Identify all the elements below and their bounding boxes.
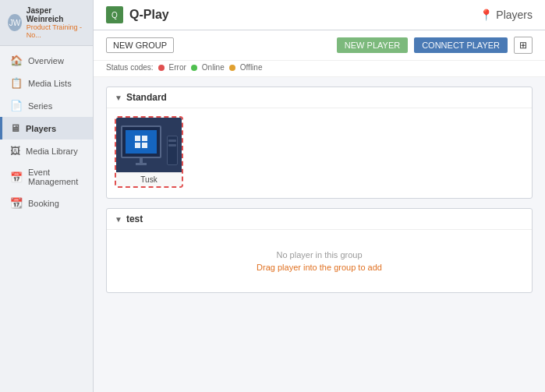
avatar: JW bbox=[8, 14, 22, 31]
online-label: Online bbox=[202, 63, 225, 72]
group-standard: ▼ Standard bbox=[106, 87, 533, 199]
group-empty-message: No player in this group Drag player into… bbox=[115, 238, 524, 284]
sidebar-nav: 🏠 Overview 📋 Media Lists 📄 Series 🖥 Play… bbox=[0, 46, 93, 214]
monitor-screen bbox=[126, 130, 157, 154]
user-name: Jasper Weinreich bbox=[27, 6, 85, 23]
connect-player-button[interactable]: CONNECT PLAYER bbox=[414, 37, 508, 53]
group-standard-header[interactable]: ▼ Standard bbox=[107, 87, 532, 108]
error-label: Error bbox=[169, 63, 186, 72]
sidebar-item-event-management[interactable]: 📅 Event Management bbox=[0, 162, 93, 192]
chevron-down-icon: ▼ bbox=[115, 94, 122, 102]
sidebar-item-media-library[interactable]: 🖼 Media Library bbox=[0, 139, 93, 162]
sidebar-item-booking[interactable]: 📆 Booking bbox=[0, 192, 93, 214]
sidebar-item-label: Media Library bbox=[26, 147, 78, 156]
sidebar-item-label: Series bbox=[28, 101, 52, 111]
online-dot bbox=[191, 65, 197, 71]
chevron-down-icon: ▼ bbox=[115, 215, 122, 224]
sidebar: JW Jasper Weinreich Product Training - N… bbox=[0, 0, 94, 392]
pc-illustration bbox=[121, 125, 178, 165]
sidebar-item-label: Players bbox=[26, 124, 56, 133]
content-area: ▼ Standard bbox=[94, 77, 545, 392]
new-group-button[interactable]: NEW GROUP bbox=[106, 37, 174, 53]
status-codes-label: Status codes: bbox=[106, 63, 154, 72]
group-test-name: test bbox=[126, 214, 143, 224]
player-card-image bbox=[116, 118, 182, 172]
grid-icon: ⊞ bbox=[519, 40, 527, 51]
status-codes-bar: Status codes: Error Online Offline bbox=[94, 61, 545, 77]
event-management-icon: 📅 bbox=[10, 171, 23, 183]
player-card-label: Tusk bbox=[116, 172, 182, 186]
sidebar-user: JW Jasper Weinreich Product Training - N… bbox=[0, 0, 93, 46]
header: Q Q-Play 📍 Players bbox=[94, 0, 545, 30]
offline-dot bbox=[229, 65, 235, 71]
sidebar-item-players[interactable]: 🖥 Players bbox=[0, 117, 93, 139]
media-library-icon: 🖼 bbox=[10, 145, 20, 157]
page-title: 📍 Players bbox=[480, 9, 533, 21]
app-name: Q-Play bbox=[129, 8, 169, 22]
monitor bbox=[121, 125, 161, 158]
media-lists-icon: 📋 bbox=[10, 77, 23, 89]
user-info: Jasper Weinreich Product Training - No..… bbox=[27, 6, 85, 39]
new-player-button[interactable]: NEW PLAYER bbox=[337, 37, 408, 53]
sidebar-item-label: Overview bbox=[28, 56, 64, 65]
sidebar-item-label: Event Management bbox=[28, 168, 85, 186]
drag-hint: Drag player into the group to add bbox=[127, 263, 511, 272]
toolbar: NEW GROUP NEW PLAYER CONNECT PLAYER ⊞ bbox=[94, 30, 545, 61]
home-icon: 🏠 bbox=[10, 55, 23, 66]
user-role: Product Training - No... bbox=[27, 23, 85, 39]
main-content: Q Q-Play 📍 Players NEW GROUP NEW PLAYER … bbox=[94, 0, 545, 392]
empty-text: No player in this group bbox=[127, 250, 511, 260]
sidebar-item-label: Booking bbox=[28, 199, 59, 208]
sidebar-item-label: Media Lists bbox=[28, 79, 72, 88]
group-test: ▼ test No player in this group Drag play… bbox=[106, 208, 533, 293]
group-standard-name: Standard bbox=[126, 92, 167, 103]
series-icon: 📄 bbox=[10, 100, 23, 111]
group-test-header[interactable]: ▼ test bbox=[107, 209, 532, 230]
sidebar-item-series[interactable]: 📄 Series bbox=[0, 94, 93, 117]
offline-label: Offline bbox=[240, 63, 263, 72]
group-standard-body: Tusk bbox=[107, 108, 532, 198]
group-test-body: No player in this group Drag player into… bbox=[107, 230, 532, 292]
booking-icon: 📆 bbox=[10, 197, 23, 209]
error-dot bbox=[158, 65, 165, 71]
monitor-base bbox=[136, 163, 147, 165]
app-logo: Q bbox=[106, 6, 123, 23]
tower-case bbox=[167, 136, 178, 165]
page-title-icon: 📍 bbox=[480, 9, 493, 21]
player-card-tusk[interactable]: Tusk bbox=[115, 116, 183, 188]
windows-logo bbox=[135, 136, 147, 148]
sidebar-item-media-lists[interactable]: 📋 Media Lists bbox=[0, 72, 93, 94]
grid-view-button[interactable]: ⊞ bbox=[514, 37, 533, 54]
players-icon: 🖥 bbox=[10, 122, 20, 134]
sidebar-item-overview[interactable]: 🏠 Overview bbox=[0, 49, 93, 72]
